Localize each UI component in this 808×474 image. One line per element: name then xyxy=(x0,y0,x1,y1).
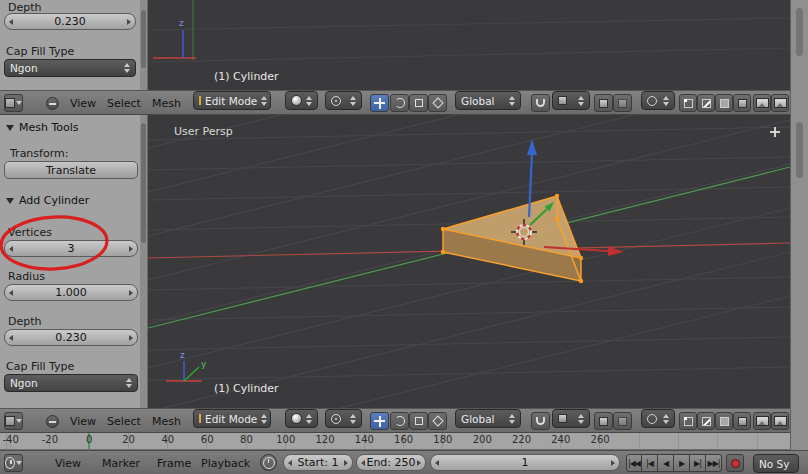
opengl-render-anim-button[interactable] xyxy=(771,412,789,430)
jump-to-start-button[interactable]: |◀◀ xyxy=(626,454,642,472)
add-cylinder-panel-header[interactable]: Add Cylinder xyxy=(6,194,89,207)
mode-dropdown[interactable]: Edit Mode xyxy=(193,409,271,428)
radius-field[interactable]: 1.000 xyxy=(4,284,138,301)
increment-arrow-icon[interactable] xyxy=(129,290,133,296)
next-keyframe-button[interactable]: ▶| xyxy=(690,454,706,472)
menu-mesh[interactable]: Mesh xyxy=(152,415,181,428)
face-select-button[interactable] xyxy=(715,412,733,430)
sync-mode-dropdown[interactable]: No Sy xyxy=(753,454,799,473)
ruler-tick-label: 220 xyxy=(502,434,541,445)
increment-arrow-icon[interactable] xyxy=(127,19,131,25)
editor-type-button[interactable] xyxy=(4,94,23,112)
orientation-dropdown[interactable]: Global xyxy=(455,91,521,110)
scale-manipulator-button[interactable] xyxy=(409,94,428,112)
vertex-select-button[interactable] xyxy=(679,94,697,112)
snap-toggle-button[interactable] xyxy=(531,94,550,112)
scrollbar-handle[interactable] xyxy=(796,122,803,178)
cylinder-object[interactable] xyxy=(441,194,583,283)
snap-element-icon xyxy=(558,96,567,105)
occlude-geometry-button[interactable] xyxy=(733,94,751,112)
scale-manipulator-button[interactable] xyxy=(409,412,428,430)
start-frame-field[interactable]: Start: 1 xyxy=(283,454,353,471)
pivot-dropdown[interactable] xyxy=(325,409,362,428)
menu-frame[interactable]: Frame xyxy=(157,457,191,470)
opengl-render-button[interactable] xyxy=(753,412,771,430)
play-reverse-button[interactable]: ◀ xyxy=(658,454,674,472)
cap-fill-type-dropdown[interactable]: Ngon xyxy=(4,59,136,77)
occlude-geometry-button[interactable] xyxy=(733,412,751,430)
proportional-edit-dropdown[interactable] xyxy=(641,91,675,110)
proportional-edit-dropdown[interactable] xyxy=(641,409,675,428)
pivot-dropdown[interactable] xyxy=(325,91,362,110)
upper-viewport-header: View Select Mesh Edit Mode Global xyxy=(0,90,790,115)
use-preview-range-button[interactable] xyxy=(260,454,277,471)
editor-type-button[interactable] xyxy=(4,454,23,472)
snap-element-dropdown[interactable] xyxy=(552,409,590,428)
end-frame-field[interactable]: End: 250 xyxy=(356,454,426,471)
manipulator-axis-button[interactable] xyxy=(428,412,447,430)
tool-shelf: Mesh Tools Transform: Translate Add Cyli… xyxy=(0,115,148,408)
menu-view[interactable]: View xyxy=(70,415,96,428)
vertices-label: Vertices xyxy=(8,226,52,239)
vertices-field[interactable]: 3 xyxy=(4,240,138,257)
scrollbar-handle[interactable] xyxy=(796,8,803,56)
axis-manipulator-icon xyxy=(432,415,443,426)
menu-view[interactable]: View xyxy=(70,97,96,110)
menu-playback[interactable]: Playback xyxy=(201,457,250,470)
menu-select[interactable]: Select xyxy=(107,97,141,110)
mode-dropdown[interactable]: Edit Mode xyxy=(193,91,271,110)
scrollbar-track[interactable] xyxy=(140,0,147,90)
play-button[interactable]: ▶ xyxy=(674,454,690,472)
shading-dropdown[interactable] xyxy=(285,91,318,110)
editor-type-button[interactable] xyxy=(4,412,23,430)
scrollbar-handle[interactable] xyxy=(141,10,146,68)
rotate-manipulator-button[interactable] xyxy=(390,94,409,112)
depth-field[interactable]: 0.230 xyxy=(4,329,138,346)
snap-toggle-button[interactable] xyxy=(531,412,550,430)
menu-mesh[interactable]: Mesh xyxy=(152,97,181,110)
depth-field[interactable]: 0.230 xyxy=(4,13,136,30)
snap-target-button[interactable] xyxy=(594,94,613,112)
snap-peel-button[interactable] xyxy=(613,94,632,112)
timeline-header: View Marker Frame Playback Start: 1 End:… xyxy=(0,450,808,474)
cap-fill-type-dropdown[interactable]: Ngon xyxy=(4,374,138,392)
increment-arrow-icon[interactable] xyxy=(129,335,133,341)
edge-select-button[interactable] xyxy=(697,94,715,112)
translate-button[interactable]: Translate xyxy=(4,161,138,179)
vertex-select-button[interactable] xyxy=(679,412,697,430)
increment-arrow-icon[interactable] xyxy=(611,460,615,466)
collapse-menus-button[interactable] xyxy=(46,415,59,428)
increment-arrow-icon[interactable] xyxy=(344,460,348,466)
current-frame-field[interactable]: 1 xyxy=(430,454,620,471)
upper-3d-viewport[interactable]: z (1) Cylinder xyxy=(148,0,790,90)
menu-marker[interactable]: Marker xyxy=(102,457,140,470)
shading-dropdown[interactable] xyxy=(285,409,318,428)
jump-to-end-button[interactable]: ▶▶| xyxy=(706,454,722,472)
menu-view[interactable]: View xyxy=(55,457,81,470)
timeline-ruler[interactable]: -40-200204060801001201401601802002202402… xyxy=(0,433,790,450)
mesh-tools-panel-header[interactable]: Mesh Tools xyxy=(6,121,79,134)
record-button[interactable] xyxy=(726,454,744,472)
render-image-icon xyxy=(756,98,769,108)
snap-target-button[interactable] xyxy=(594,412,613,430)
scrollbar-handle[interactable] xyxy=(141,123,146,243)
increment-arrow-icon[interactable] xyxy=(417,460,421,466)
edge-select-button[interactable] xyxy=(697,412,715,430)
opengl-render-anim-button[interactable] xyxy=(771,94,789,112)
scrollbar-track[interactable] xyxy=(140,115,147,408)
open-properties-region-button[interactable] xyxy=(770,127,780,137)
rotate-manipulator-button[interactable] xyxy=(390,412,409,430)
collapse-menus-button[interactable] xyxy=(46,97,59,110)
face-select-button[interactable] xyxy=(715,94,733,112)
increment-arrow-icon[interactable] xyxy=(129,246,133,252)
translate-manipulator-button[interactable] xyxy=(370,412,389,430)
manipulator-axis-button[interactable] xyxy=(428,94,447,112)
snap-peel-button[interactable] xyxy=(613,412,632,430)
opengl-render-button[interactable] xyxy=(753,94,771,112)
translate-manipulator-button[interactable] xyxy=(370,94,389,112)
orientation-dropdown[interactable]: Global xyxy=(455,409,521,428)
3d-viewport[interactable]: z y User Persp (1) Cylinder xyxy=(148,115,790,408)
prev-keyframe-button[interactable]: |◀ xyxy=(642,454,658,472)
snap-element-dropdown[interactable] xyxy=(552,91,590,110)
menu-select[interactable]: Select xyxy=(107,415,141,428)
